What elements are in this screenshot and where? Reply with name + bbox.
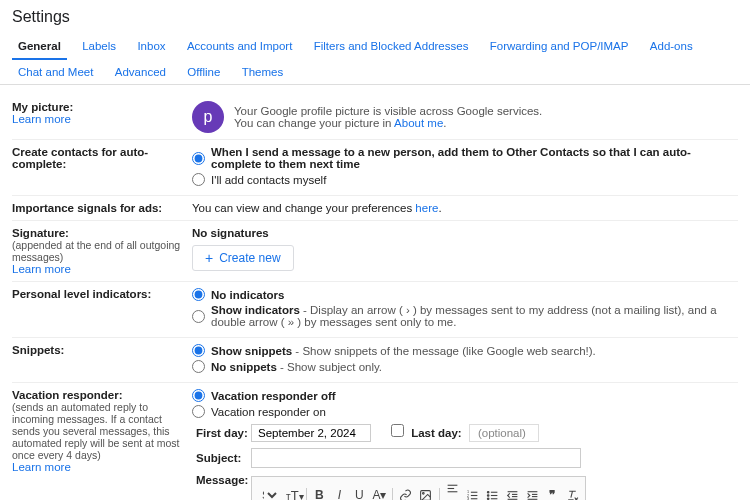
tab-forwarding[interactable]: Forwarding and POP/IMAP [484,34,635,58]
subject-label: Subject: [196,452,251,464]
settings-tabs: General Labels Inbox Accounts and Import… [0,34,750,85]
plus-icon: + [205,251,213,265]
learn-more-link[interactable]: Learn more [12,263,192,275]
ads-label: Importance signals for ads: [12,202,192,214]
page-title: Settings [0,0,750,34]
show-snippets-text: Show snippets - Show snippets of the mes… [211,345,596,357]
tab-filters[interactable]: Filters and Blocked Addresses [308,34,475,58]
no-snippets-text: No snippets - Show subject only. [211,361,382,373]
tab-labels[interactable]: Labels [76,34,122,58]
vacation-on-radio[interactable] [192,405,205,418]
no-snippets-radio[interactable] [192,360,205,373]
link-icon[interactable] [399,488,413,500]
lastday-checkbox[interactable] [391,424,404,437]
italic-icon[interactable]: I [332,488,346,500]
picture-line1: Your Google profile picture is visible a… [234,105,542,117]
lastday-label: Last day: [411,427,462,439]
contacts-self-text: I'll add contacts myself [211,174,326,186]
vacation-off-radio[interactable] [192,389,205,402]
svg-point-15 [487,495,489,497]
about-me-link[interactable]: About me [394,117,443,129]
avatar: p [192,101,224,133]
snippets-label: Snippets: [12,344,192,356]
learn-more-link[interactable]: Learn more [12,461,192,473]
contacts-self-radio[interactable] [192,173,205,186]
firstday-label: First day: [196,427,251,439]
snippets-section: Snippets: Show snippets - Show snippets … [12,338,738,383]
bold-icon[interactable]: B [312,488,326,500]
ads-text: You can view and change your preferences [192,202,415,214]
indent-less-icon[interactable] [505,488,519,500]
message-label: Message: [196,474,251,486]
learn-more-link[interactable]: Learn more [12,113,192,125]
quote-icon[interactable]: ❞ [545,488,559,500]
my-picture-label: My picture: [12,101,192,113]
show-snippets-radio[interactable] [192,344,205,357]
create-new-text: Create new [219,251,280,265]
tab-general[interactable]: General [12,34,67,60]
tab-themes[interactable]: Themes [236,60,290,84]
font-size-icon[interactable]: тT▾ [286,488,300,500]
vacation-off-text: Vacation responder off [211,390,336,402]
picture-line2: You can change your picture in About me. [234,117,542,129]
vacation-on-text: Vacation responder on [211,406,326,418]
create-contacts-section: Create contacts for auto-complete: When … [12,140,738,196]
create-signature-button[interactable]: + Create new [192,245,294,271]
svg-point-14 [487,492,489,494]
tab-accounts[interactable]: Accounts and Import [181,34,298,58]
my-picture-section: My picture: Learn more p Your Google pro… [12,95,738,140]
vacation-sub: (sends an automated reply to incoming me… [12,401,192,461]
no-indicators-radio[interactable] [192,288,205,301]
indicators-label: Personal level indicators: [12,288,192,300]
firstday-input[interactable] [251,424,371,442]
signature-sub: (appended at the end of all outgoing mes… [12,239,192,263]
vacation-section: Vacation responder: (sends an automated … [12,383,738,500]
tab-chat[interactable]: Chat and Meet [12,60,99,84]
contacts-auto-text: When I send a message to a new person, a… [211,146,738,170]
no-indicators-text: No indicators [211,289,284,301]
bullet-list-icon[interactable] [485,488,499,500]
ads-section: Importance signals for ads: You can view… [12,196,738,221]
svg-point-1 [423,493,425,495]
signature-label: Signature: [12,227,192,239]
no-signatures-text: No signatures [192,227,738,239]
indent-more-icon[interactable] [525,488,539,500]
create-contacts-label: Create contacts for auto-complete: [12,146,192,170]
contacts-auto-radio[interactable] [192,152,205,165]
indicators-section: Personal level indicators: No indicators… [12,282,738,338]
font-select[interactable]: Sans Serif [258,488,280,500]
text-color-icon[interactable]: A▾ [372,488,386,500]
show-indicators-radio[interactable] [192,310,205,323]
align-icon[interactable]: ▾ [445,481,459,500]
ads-here-link[interactable]: here [415,202,438,214]
signature-section: Signature: (appended at the end of all o… [12,221,738,282]
numbered-list-icon[interactable]: 123 [465,488,479,500]
tab-offline[interactable]: Offline [181,60,226,84]
editor-toolbar: Sans Serif тT▾ B I U A▾ [251,476,586,500]
underline-icon[interactable]: U [352,488,366,500]
lastday-optional[interactable]: (optional) [469,424,539,442]
image-icon[interactable] [419,488,433,500]
tab-addons[interactable]: Add-ons [644,34,699,58]
vacation-label: Vacation responder: [12,389,192,401]
tab-inbox[interactable]: Inbox [131,34,171,58]
tab-advanced[interactable]: Advanced [109,60,172,84]
show-indicators-text: Show indicators - Display an arrow ( › )… [211,304,738,328]
remove-format-icon[interactable] [565,488,579,500]
subject-input[interactable] [251,448,581,468]
